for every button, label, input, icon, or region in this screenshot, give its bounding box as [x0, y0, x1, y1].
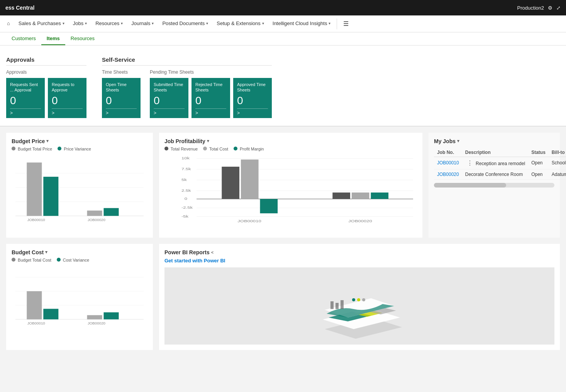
svg-point-54 — [362, 298, 365, 301]
subnav-resources[interactable]: Resources — [65, 32, 100, 45]
tile-label-requests-approve: Requests to Approve — [52, 82, 83, 93]
jobs-scrollbar[interactable] — [434, 183, 554, 188]
top-bar-right: Production2 ⚙ ⤢ — [517, 5, 561, 11]
nav-resources[interactable]: Resources ▾ — [92, 15, 127, 32]
pending-time-sheets-group: Pending Time Sheets Submitted Time Sheet… — [150, 69, 272, 118]
col-description: Description — [462, 148, 528, 157]
nav-cloud-insights[interactable]: Intelligent Cloud Insights ▾ — [269, 15, 335, 32]
svg-rect-4 — [27, 162, 42, 216]
tile-submitted-ts[interactable]: Submitted Time Sheets 0 > — [150, 78, 188, 118]
nav-jobs[interactable]: Jobs ▾ — [69, 15, 91, 32]
chevron-sales-icon: ▾ — [63, 21, 64, 25]
budget-price-label: Budget Price — [12, 138, 45, 144]
nav-divider — [337, 19, 337, 29]
approvals-title: Approvals — [6, 56, 86, 66]
tile-requests-sent[interactable]: Requests Sent ... Approval 0 > — [6, 78, 45, 118]
tile-value-open-ts: 0 — [106, 95, 137, 107]
svg-rect-39 — [103, 312, 119, 319]
nav-label-sales: Sales & Purchases — [19, 20, 61, 26]
svg-rect-27 — [332, 193, 350, 199]
row-menu-1[interactable]: ⋮ — [465, 160, 474, 166]
tile-arrow-approved-ts: > — [237, 108, 268, 116]
hamburger-menu[interactable]: ☰ — [339, 20, 352, 27]
svg-rect-38 — [87, 315, 102, 319]
nav-sales-purchases[interactable]: Sales & Purchases ▾ — [15, 15, 68, 32]
budget-price-title: Budget Price ▾ — [12, 138, 147, 144]
nav-setup-extensions[interactable]: Setup & Extensions ▾ — [213, 15, 268, 32]
app-title: ess Central — [5, 5, 34, 11]
tile-label-rejected-ts: Rejected Time Sheets — [195, 82, 226, 93]
svg-text:JOB00010: JOB00010 — [237, 219, 261, 223]
tile-arrow-requests-sent: > — [10, 108, 41, 116]
power-bi-chevron[interactable]: < — [211, 250, 214, 255]
job-link-1[interactable]: JOB00010 — [437, 160, 459, 166]
subnav-items[interactable]: Items — [41, 32, 65, 45]
my-jobs-chevron[interactable]: ▾ — [457, 139, 459, 144]
power-bi-image — [164, 267, 554, 345]
tile-label-submitted-ts: Submitted Time Sheets — [154, 82, 185, 93]
budget-cost-title: Budget Cost ▾ — [12, 249, 147, 255]
chevron-posted-icon: ▾ — [206, 21, 208, 25]
col-status: Status — [528, 148, 549, 157]
svg-rect-37 — [43, 309, 58, 319]
svg-text:-5k: -5k — [181, 214, 188, 218]
job-desc-1: Reception area remodel — [476, 161, 525, 166]
tile-open-time-sheets[interactable]: Open Time Sheets 0 > — [102, 78, 141, 118]
nav-journals[interactable]: Journals ▾ — [127, 15, 158, 32]
legend-profit-margin: Profit Margin — [234, 147, 264, 151]
pending-ts-label: Pending Time Sheets — [150, 69, 272, 75]
chevron-cloud-icon: ▾ — [329, 21, 330, 25]
budget-cost-chart-area: JOB00010 JOB00020 — [12, 266, 147, 336]
nav-posted-documents[interactable]: Posted Documents ▾ — [158, 15, 212, 32]
tile-value-submitted-ts: 0 — [154, 95, 185, 107]
job-link-2[interactable]: JOB00020 — [437, 172, 459, 177]
jobs-scrollbar-thumb — [434, 183, 506, 188]
tile-requests-approve[interactable]: Requests to Approve 0 > — [48, 78, 86, 118]
svg-rect-28 — [352, 193, 369, 199]
top-bar: ess Central Production2 ⚙ ⤢ — [0, 0, 566, 15]
tile-value-requests-sent: 0 — [10, 95, 41, 107]
tile-label-approved-ts: Approved Time Sheets — [237, 82, 268, 93]
settings-icon[interactable]: ⚙ — [548, 5, 552, 11]
svg-rect-7 — [103, 208, 119, 216]
legend-price-variance: Price Variance — [58, 147, 91, 151]
approvals-sub-label: Approvals — [6, 69, 86, 75]
my-jobs-title: My Jobs ▾ — [434, 138, 554, 144]
nav-bar: ⌂ Sales & Purchases ▾ Jobs ▾ Resources ▾… — [0, 15, 566, 32]
expand-icon[interactable]: ⤢ — [556, 5, 561, 11]
svg-text:10k: 10k — [181, 157, 190, 160]
tile-approved-ts[interactable]: Approved Time Sheets 0 > — [233, 78, 272, 118]
time-sheets-group: Time Sheets Open Time Sheets 0 > — [102, 69, 141, 118]
home-icon: ⌂ — [7, 20, 10, 26]
legend-total-revenue: Total Revenue — [164, 147, 198, 151]
col-job-no: Job No. — [434, 148, 462, 157]
nav-label-resources: Resources — [95, 20, 119, 26]
chevron-journals-icon: ▾ — [152, 21, 154, 25]
tile-label-requests-sent: Requests Sent ... Approval — [10, 82, 41, 93]
svg-text:JOB00010: JOB00010 — [27, 218, 45, 222]
budget-cost-chevron[interactable]: ▾ — [45, 250, 47, 255]
self-service-section: Self-Service Time Sheets Open Time Sheet… — [102, 56, 272, 118]
svg-text:JOB00020: JOB00020 — [348, 219, 372, 223]
budget-cost-panel: Budget Cost ▾ Budget Total Cost Cost Var… — [6, 244, 153, 350]
job-status-1: Open — [528, 157, 549, 169]
subnav-customers[interactable]: Customers — [6, 32, 41, 45]
charts-section: Budget Price ▾ Budget Total Price Price … — [0, 126, 566, 244]
nav-label-cloud: Intelligent Cloud Insights — [273, 20, 327, 26]
budget-cost-legend: Budget Total Cost Cost Variance — [12, 258, 147, 262]
tile-rejected-ts[interactable]: Rejected Time Sheets 0 > — [191, 78, 230, 118]
job-profitability-chevron[interactable]: ▾ — [207, 139, 209, 144]
power-bi-link[interactable]: Get started with Power BI — [164, 258, 554, 264]
nav-label-posted: Posted Documents — [162, 20, 205, 26]
chevron-resources-icon: ▾ — [121, 21, 123, 25]
subnav-label-customers: Customers — [12, 35, 36, 41]
nav-home[interactable]: ⌂ — [3, 15, 14, 32]
self-service-title: Self-Service — [102, 56, 272, 66]
svg-rect-25 — [241, 159, 259, 199]
budget-price-chevron[interactable]: ▾ — [46, 139, 49, 144]
svg-text:0: 0 — [185, 196, 187, 200]
svg-rect-49 — [330, 301, 334, 309]
main-content: Approvals Approvals Requests Sent ... Ap… — [0, 46, 566, 126]
job-status-2: Open — [528, 169, 549, 179]
svg-text:JOB00020: JOB00020 — [88, 218, 105, 222]
